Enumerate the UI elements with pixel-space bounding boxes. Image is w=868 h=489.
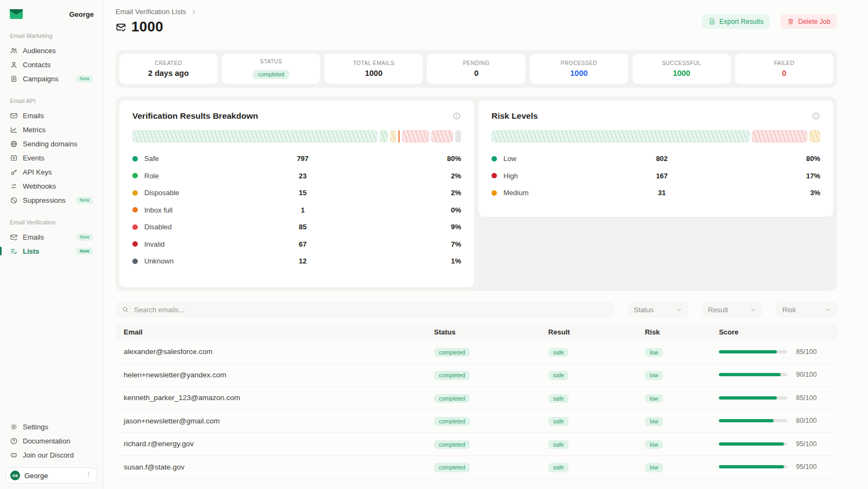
nav-section-items: Audiences Contacts Campaigns (5, 43, 97, 86)
sidebar-item-label: Suppressions (23, 196, 66, 204)
sidebar-item[interactable]: Suppressions New (5, 193, 97, 207)
sidebar-item[interactable]: Metrics (5, 123, 97, 137)
table-row[interactable]: susan.f@state.gov completed safe low 95/… (116, 456, 837, 479)
user-card[interactable]: GE George (5, 467, 97, 484)
risk-badge: low (645, 463, 663, 472)
table-row[interactable]: kenneth_parker_123@amazon.com completed … (116, 387, 837, 410)
bar-segment (398, 130, 400, 143)
score-cell: 85/100 (719, 348, 829, 356)
delete-job-button[interactable]: Delete Job (781, 14, 837, 29)
sidebar-item-label: Events (23, 154, 44, 162)
col-status: Status (434, 328, 548, 336)
legend-label: Inbox full (144, 206, 250, 214)
breadcrumb[interactable]: Email Verification Lists (116, 8, 197, 16)
app-logo[interactable] (9, 8, 24, 21)
sidebar-item-label: Emails (23, 112, 44, 120)
sidebar-footer-item[interactable]: Settings (5, 420, 97, 434)
search-input[interactable] (134, 306, 608, 314)
email-cell: jason+newsletter@gmail.com (124, 417, 434, 425)
sidebar-item[interactable]: Lists New (5, 244, 97, 258)
sidebar-item[interactable]: Webhooks (5, 179, 97, 193)
sidebar-footer-items: Settings Documentation Join our Discord (5, 420, 97, 462)
sidebar-item[interactable]: API Keys (5, 165, 97, 179)
email-cell: alexander@salesforce.com (124, 348, 434, 356)
result-badge: safe (548, 394, 569, 403)
sidebar-item[interactable]: Events (5, 151, 97, 165)
risk-badge: low (645, 348, 663, 357)
email-cell: kenneth_parker_123@amazon.com (124, 394, 434, 402)
sidebar-footer-icon (10, 423, 18, 431)
score-cell: 95/100 (719, 463, 829, 471)
legend-count: 1 (250, 206, 356, 214)
kebab-menu-icon[interactable] (85, 471, 92, 480)
new-badge: New (76, 234, 93, 241)
legend-row: Role 23 2% (132, 168, 461, 185)
export-results-button[interactable]: Export Results (702, 14, 770, 29)
legend-label: High (503, 172, 609, 180)
table-row[interactable]: jason+newsletter@gmail.com completed saf… (116, 410, 837, 433)
main-content: Email Verification Lists 1000 Export Res… (103, 0, 868, 489)
sidebar-item[interactable]: Emails New (5, 230, 97, 244)
sidebar-footer-item[interactable]: Join our Discord (5, 448, 97, 462)
info-icon[interactable] (812, 112, 820, 120)
trash-icon (787, 18, 794, 25)
filter-dropdown[interactable]: Risk (776, 301, 837, 318)
stat-card: FAILED 0 (735, 54, 833, 84)
legend-percent: 9% (355, 223, 461, 231)
score-bar-fill (719, 465, 784, 468)
sidebar-item-icon (10, 140, 18, 148)
result-badge: safe (548, 417, 569, 426)
status-badge: completed (434, 417, 470, 426)
legend-count: 31 (609, 189, 715, 197)
risk-legend: Low 802 80% High 167 17% (492, 150, 820, 202)
filter-dropdown[interactable]: Status (628, 301, 688, 318)
score-label: 95/100 (796, 440, 816, 448)
score-bar (719, 373, 787, 376)
stat-card: PROCESSED 1000 (530, 54, 628, 84)
nav-section-items: Emails New Lists New (5, 230, 97, 258)
table-row[interactable]: alexander@salesforce.com completed safe … (116, 340, 837, 364)
sidebar-footer: Settings Documentation Join our Discord … (5, 420, 97, 484)
info-icon[interactable] (452, 112, 461, 120)
dropdown-label: Status (634, 306, 654, 314)
sidebar-item[interactable]: Sending domains (5, 137, 97, 151)
legend-row: Invalid 67 7% (132, 236, 461, 253)
table-row[interactable]: richard.r@energy.gov completed safe low … (116, 433, 837, 456)
sidebar-item[interactable]: Campaigns New (5, 72, 97, 86)
sidebar-item-label: Lists (23, 247, 39, 255)
legend-row: Inbox full 1 0% (132, 202, 461, 219)
legend-percent: 2% (355, 189, 461, 197)
legend-dot (132, 259, 138, 264)
legend-row: Medium 31 3% (492, 184, 820, 202)
breadcrumb-label[interactable]: Email Verification Lists (116, 8, 186, 16)
sidebar-item[interactable]: Contacts (5, 57, 97, 72)
sidebar-footer-item[interactable]: Documentation (5, 434, 97, 448)
col-email: Email (124, 328, 434, 336)
nav-section-label: Email Marketing (5, 33, 97, 39)
risk-title: Risk Levels (492, 111, 538, 121)
legend-count: 797 (250, 155, 356, 163)
sidebar-footer-label: Join our Discord (23, 451, 74, 459)
score-cell: 90/100 (719, 371, 829, 378)
table-row[interactable]: helen+newsletter@yandex.com completed sa… (116, 364, 837, 387)
sidebar-item[interactable]: Audiences (5, 43, 97, 57)
sidebar-item-label: Metrics (23, 126, 46, 134)
download-icon (709, 18, 716, 25)
status-badge: completed (434, 463, 470, 472)
score-bar (719, 419, 787, 422)
score-cell: 95/100 (719, 440, 829, 448)
filter-dropdown[interactable]: Result (702, 301, 763, 318)
score-bar-fill (719, 350, 777, 353)
email-cell: susan.f@state.gov (124, 463, 434, 471)
sidebar-item[interactable]: Emails (5, 108, 97, 123)
search-box[interactable] (116, 301, 614, 318)
nav-section-items: Emails Metrics Sending domains (5, 108, 97, 207)
legend-row: Low 802 80% (492, 150, 820, 168)
stat-value: 0 (782, 69, 786, 78)
stat-value: 1000 (673, 69, 690, 78)
stat-label: FAILED (774, 60, 794, 66)
nav-section: Email Marketing Audiences Contacts (5, 33, 97, 86)
legend-label: Medium (503, 189, 609, 197)
filter-dropdowns: Status Result Risk (628, 301, 837, 318)
stat-label: PROCESSED (560, 60, 597, 66)
